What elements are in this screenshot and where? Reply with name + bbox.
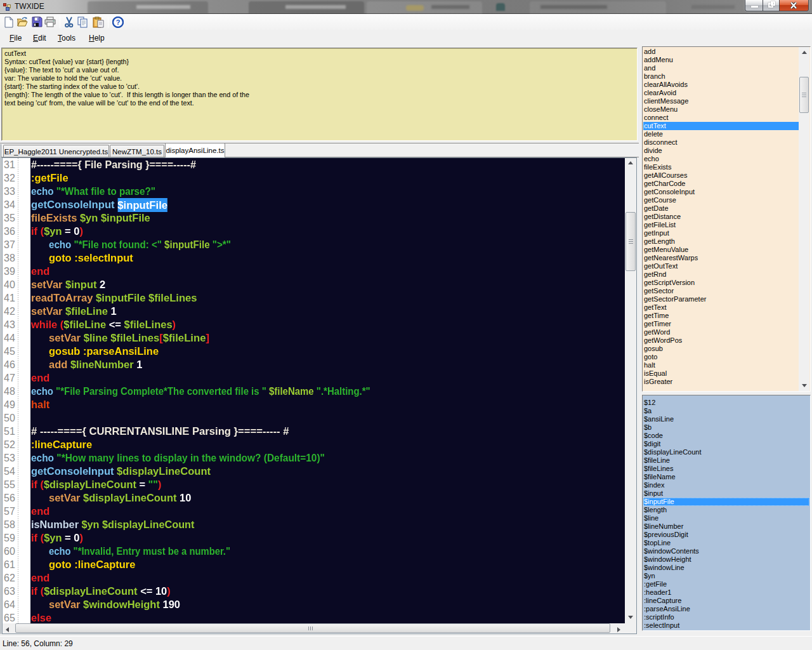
svg-text:?: ? [116, 18, 121, 26]
